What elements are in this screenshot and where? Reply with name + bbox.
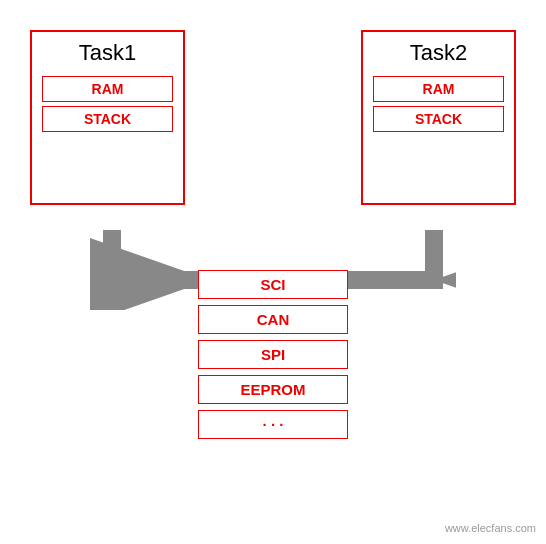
resource-eeprom: EEPROM xyxy=(198,375,348,404)
task1-box: Task1 RAM STACK xyxy=(30,30,185,205)
resource-dots: · · · xyxy=(198,410,348,439)
watermark: www.elecfans.com xyxy=(445,522,536,534)
task2-box: Task2 RAM STACK xyxy=(361,30,516,205)
resource-can: CAN xyxy=(198,305,348,334)
task2-stack: STACK xyxy=(373,106,504,132)
resource-spi: SPI xyxy=(198,340,348,369)
resource-sci: SCI xyxy=(198,270,348,299)
task1-ram: RAM xyxy=(42,76,173,102)
shared-resource-list: SCI CAN SPI EEPROM · · · xyxy=(198,270,348,439)
task1-stack: STACK xyxy=(42,106,173,132)
svg-rect-3 xyxy=(103,271,121,289)
task2-ram: RAM xyxy=(373,76,504,102)
task2-title: Task2 xyxy=(363,32,514,72)
page-container: Task1 RAM STACK Task2 RAM STACK xyxy=(0,0,546,544)
svg-rect-7 xyxy=(425,271,443,289)
task1-title: Task1 xyxy=(32,32,183,72)
